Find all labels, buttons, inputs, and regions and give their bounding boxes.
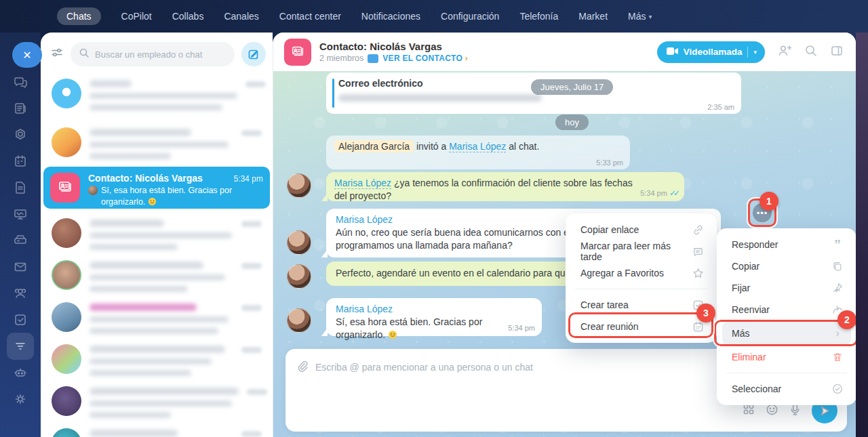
messages-area: Correo electrónico 2:35 am Jueves, Julio… [273, 71, 856, 437]
message-time: 5:34 pm✓✓ [640, 188, 677, 199]
avatar[interactable] [287, 173, 311, 198]
chats-icon[interactable] [13, 75, 28, 89]
chat-list-item-selected[interactable]: Contacto: Nicolás Vargas 5:34 pm Sí, esa… [43, 167, 270, 209]
document-icon[interactable] [13, 180, 28, 195]
menu-item-reenviar[interactable]: Reenviar [717, 299, 856, 320]
chat-search[interactable] [71, 42, 235, 66]
menu-item-eliminar[interactable]: Eliminar [717, 346, 856, 368]
chat-later-icon [691, 245, 705, 258]
tab-contact-center[interactable]: Contact center [279, 11, 341, 22]
pin-icon [831, 281, 844, 295]
tasks-icon[interactable] [13, 312, 28, 327]
drive-icon[interactable] [13, 233, 28, 248]
selected-chat-title: Contacto: Nicolás Vargas [88, 173, 203, 184]
smiley-emoji-icon [148, 197, 157, 206]
settings-gear-icon[interactable] [13, 392, 28, 407]
avatar[interactable] [287, 308, 311, 333]
filter-sliders-icon[interactable] [50, 46, 64, 62]
today-separator: hoy [555, 115, 589, 130]
list-item[interactable] [45, 255, 269, 295]
collapse-sidebar-button[interactable]: ✕ [12, 42, 42, 68]
tab-mas[interactable]: Más▾ [628, 11, 652, 22]
author-name[interactable]: Marisa López [336, 303, 532, 316]
author-name-link[interactable]: Marisa López [334, 178, 391, 189]
avatar[interactable] [287, 230, 311, 255]
star-icon [691, 266, 705, 280]
close-icon: ✕ [22, 49, 31, 62]
chat-list-panel: Contacto: Nicolás Vargas 5:34 pm Sí, esa… [41, 33, 273, 437]
tab-collabs[interactable]: Collabs [172, 11, 204, 22]
tab-market[interactable]: Market [578, 11, 608, 22]
avatar[interactable] [287, 264, 311, 289]
add-user-icon[interactable] [777, 43, 792, 61]
menu-item-fijar[interactable]: Fijar [717, 277, 856, 299]
tab-notificaciones[interactable]: Notificaciones [361, 11, 420, 22]
crm-funnel-button[interactable] [7, 333, 34, 360]
automation-robot-icon[interactable] [13, 365, 28, 380]
calendar-icon[interactable] [13, 154, 28, 169]
message-time: 5:34 pm [508, 323, 535, 333]
contact-badge-icon [368, 54, 378, 63]
list-item[interactable] [45, 423, 269, 437]
chevron-down-icon[interactable]: ▾ [753, 49, 757, 56]
message-text: Sí, esa hora está bien. Gracias por orga… [336, 316, 532, 341]
feed-icon[interactable] [13, 101, 28, 116]
view-contact-link[interactable]: VER EL CONTACTO › [382, 54, 468, 63]
list-item[interactable] [45, 73, 269, 121]
search-icon[interactable] [804, 44, 818, 60]
apps-grid-icon[interactable] [743, 403, 755, 418]
link-icon [691, 223, 705, 236]
list-item[interactable] [45, 381, 269, 421]
avatar [88, 186, 98, 195]
message-bubble[interactable]: Marisa López Sí, esa hora está bien. Gra… [326, 298, 542, 336]
composer-placeholder: Escriba @ para mencionar a una persona o… [315, 362, 533, 373]
smiley-emoji-icon [388, 330, 397, 339]
side-panel-icon[interactable] [830, 44, 844, 60]
annotation-badge-3: 3 [696, 304, 715, 322]
tab-chats[interactable]: Chats [57, 7, 101, 25]
trash-icon [831, 350, 844, 364]
board-icon[interactable] [13, 207, 28, 222]
list-item[interactable] [45, 122, 269, 165]
tab-canales[interactable]: Canales [224, 11, 258, 22]
more-actions-menu: Responder ” Copiar Fijar Reenviar Más › … [717, 228, 856, 405]
message-bubble[interactable]: Marisa López ¿ya tenemos la confirmación… [326, 172, 684, 201]
system-message: Alejandra García invitó a Marisa López a… [326, 136, 630, 169]
tab-configuracion[interactable]: Configuración [441, 11, 499, 22]
list-item[interactable] [45, 297, 269, 337]
target-name-link[interactable]: Marisa López [449, 141, 506, 152]
date-separator: Jueves, Julio 17 [531, 79, 613, 95]
search-icon [79, 47, 90, 61]
menu-item-responder[interactable]: Responder ” [717, 234, 856, 255]
video-call-button[interactable]: Videollamada ▾ [657, 41, 765, 63]
quote-icon: ” [831, 238, 844, 251]
actor-name[interactable]: Alejandra García [334, 140, 414, 152]
people-icon[interactable] [13, 286, 28, 301]
chat-header: Contacto: Nicolás Vargas 2 miembros VER … [273, 33, 856, 71]
copilot-hexagon-icon[interactable] [13, 127, 28, 142]
menu-item-copiar-enlace[interactable]: Copiar enlace [566, 219, 717, 241]
menu-item-copiar[interactable]: Copiar [717, 255, 856, 277]
message-time: 2:35 am [707, 103, 734, 111]
list-item[interactable] [45, 339, 269, 379]
check-circle-icon [831, 382, 844, 396]
new-chat-button[interactable] [241, 42, 266, 66]
annotation-badge-1: 1 [760, 192, 778, 211]
attach-paperclip-icon[interactable] [296, 360, 309, 374]
menu-item-favoritos[interactable]: Agregar a Favoritos [566, 262, 717, 284]
annotation-badge-2: 2 [837, 310, 856, 329]
menu-item-marcar-leer[interactable]: Marcar para leer más tarde [566, 241, 717, 262]
tab-telefonia[interactable]: Telefonía [519, 11, 558, 22]
contact-card-avatar [50, 173, 80, 203]
list-item[interactable] [45, 213, 269, 253]
bubble-tail [326, 278, 328, 286]
search-input[interactable] [95, 49, 226, 60]
menu-item-seleccionar[interactable]: Seleccionar [717, 378, 856, 400]
bubble-tail [321, 193, 328, 201]
tab-copilot[interactable]: CoPilot [121, 11, 152, 22]
annotation-highlight-step2 [714, 320, 856, 346]
menu-divider [726, 373, 847, 373]
menu-divider [575, 289, 707, 289]
mail-icon[interactable] [13, 259, 28, 274]
annotation-highlight-step3 [568, 312, 713, 338]
